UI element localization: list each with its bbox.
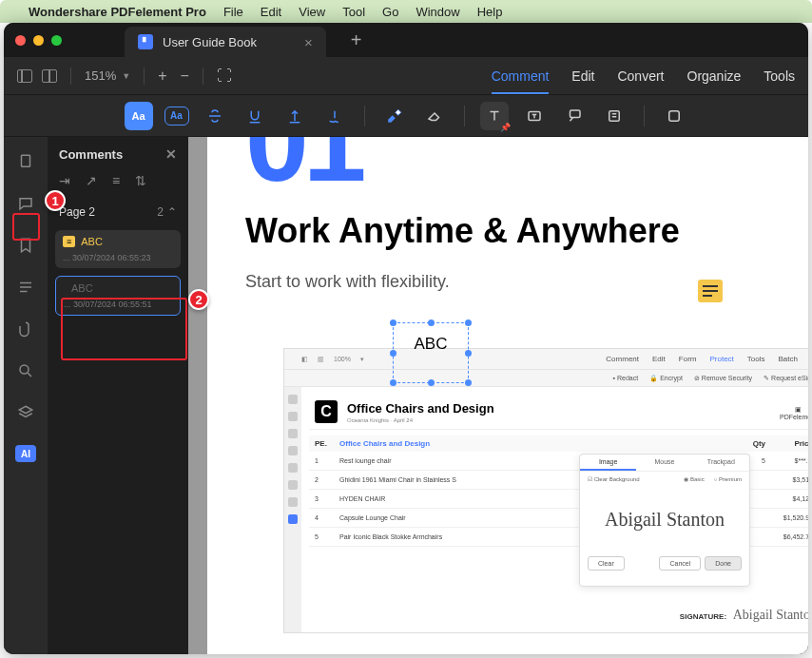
text-comment-tool[interactable]: 📌 [480, 102, 509, 130]
canvas[interactable]: 01 Work Anytime & Anywhere Start to work… [188, 137, 808, 654]
filter-comments-icon[interactable]: ≡ [112, 173, 120, 188]
comments-title: Comments [59, 147, 123, 162]
callout-marker-2: 2 [188, 289, 209, 310]
divider [464, 106, 465, 126]
callout-tool[interactable] [560, 102, 589, 130]
layers-icon[interactable] [16, 403, 35, 422]
close-panel-icon[interactable]: ✕ [165, 146, 177, 162]
comment-text: ABC [64, 282, 172, 294]
menu-go[interactable]: Go [382, 5, 398, 19]
fit-screen-icon[interactable]: ⛶ [217, 68, 232, 85]
resize-handle[interactable] [465, 319, 472, 326]
highlight-tool[interactable]: Aa [125, 102, 153, 130]
comments-nav-icon[interactable] [16, 194, 35, 213]
titlebar: ▘ User Guide Book × + [4, 23, 808, 57]
callout-marker-1: 1 [45, 190, 66, 211]
shape-tool[interactable] [660, 102, 688, 130]
svg-rect-1 [570, 110, 580, 118]
underline-tool[interactable] [241, 102, 269, 130]
sticky-note-icon[interactable] [698, 280, 723, 302]
marker-tool[interactable] [380, 102, 409, 130]
chapter-number: 01 [245, 137, 770, 164]
divider [203, 68, 203, 85]
strikeout-tool[interactable] [201, 102, 229, 130]
toolbar-left: 151% ▼ + − ⛶ [17, 68, 232, 85]
resize-handle[interactable] [428, 319, 435, 326]
document-tab[interactable]: ▘ User Guide Book × [125, 27, 326, 57]
app-menu[interactable]: Wondershare PDFelement Pro [29, 5, 206, 19]
outline-icon[interactable] [16, 278, 35, 297]
comment-date: 30/07/2024 06:55:23 [72, 253, 151, 262]
embedded-screenshot: ◧▥100%▾ Comment Edit Form Protect Tools … [283, 348, 808, 633]
tab-convert[interactable]: Convert [617, 68, 664, 84]
ai-button[interactable]: AI [15, 445, 36, 462]
menu-help[interactable]: Help [477, 5, 503, 19]
text-annotation-selected[interactable]: ABC [393, 322, 469, 383]
resize-handle[interactable] [465, 379, 472, 386]
pdf-page: 01 Work Anytime & Anywhere Start to work… [207, 137, 808, 654]
note-tool[interactable] [600, 102, 628, 130]
resize-handle[interactable] [465, 350, 472, 357]
eraser-tool[interactable] [420, 102, 449, 130]
tab-organize[interactable]: Organize [687, 68, 742, 84]
zoom-control[interactable]: 151% ▼ [85, 68, 130, 83]
comment-label: ABC [81, 236, 103, 247]
menu-edit[interactable]: Edit [261, 5, 281, 19]
divider [144, 68, 145, 85]
textbox-tool[interactable] [520, 102, 549, 130]
menu-window[interactable]: Window [416, 5, 459, 19]
page-header[interactable]: Page 2 2 ⌃ [48, 198, 188, 226]
traffic-lights [15, 35, 62, 46]
tab-tools[interactable]: Tools [764, 68, 795, 84]
attachment-icon[interactable] [16, 319, 35, 339]
area-highlight-tool[interactable]: Aa [164, 106, 189, 126]
page-count: 2 [157, 205, 164, 219]
menu-tool[interactable]: Tool [342, 5, 365, 19]
sort-comments-icon[interactable]: ⇅ [135, 173, 146, 188]
resize-handle[interactable] [390, 379, 396, 386]
resize-handle[interactable] [428, 379, 435, 386]
resize-handle[interactable] [390, 350, 396, 357]
thumbnails-icon[interactable] [16, 152, 35, 171]
import-comments-icon[interactable]: ⇥ [59, 173, 70, 188]
window-zoom-button[interactable] [51, 35, 62, 46]
resize-handle[interactable] [390, 319, 396, 326]
tab-comment[interactable]: Comment [492, 68, 550, 84]
chevron-up-icon: ⌃ [167, 205, 177, 219]
window-close-button[interactable] [15, 35, 26, 46]
menu-file[interactable]: File [223, 5, 243, 19]
zoom-value: 151% [85, 68, 116, 83]
top-toolbar: 151% ▼ + − ⛶ Comment Edit Convert Organi… [4, 57, 808, 95]
new-tab-button[interactable]: + [351, 29, 362, 51]
embed-title: Office Chairs and Design [347, 401, 494, 416]
tab-edit[interactable]: Edit [571, 68, 594, 84]
svg-rect-3 [668, 110, 679, 121]
doc-icon: ▘ [138, 34, 153, 49]
search-icon[interactable] [16, 361, 35, 380]
main-area: AI Comments ✕ ⇥ ↗ ≡ ⇅ Page 2 2 ⌃ ≡ ABC [4, 137, 808, 654]
squiggly-tool[interactable] [320, 102, 349, 130]
zoom-out-button[interactable]: − [181, 68, 189, 85]
zoom-in-button[interactable]: + [158, 68, 166, 85]
panel-both-icon[interactable] [42, 69, 57, 83]
page-subline: Start to work with flexibility. [245, 272, 770, 292]
export-comments-icon[interactable]: ↗ [86, 173, 97, 188]
comment-item[interactable]: ≡ ABC ... 30/07/2024 06:55:23 [55, 230, 181, 268]
menu-view[interactable]: View [299, 5, 325, 19]
toolbar-tabs: Comment Edit Convert Organize Tools [492, 68, 795, 84]
page-label: Page 2 [59, 205, 95, 219]
caret-tool[interactable] [280, 102, 309, 130]
window-minimize-button[interactable] [33, 35, 44, 46]
company-logo: C [315, 400, 338, 423]
divider [644, 106, 645, 126]
chevron-down-icon: ▼ [122, 71, 130, 81]
sig-cancel-button: Cancel [659, 556, 701, 571]
note-badge-icon: ≡ [63, 236, 75, 247]
svg-point-5 [20, 365, 29, 374]
comments-panel: Comments ✕ ⇥ ↗ ≡ ⇅ Page 2 2 ⌃ ≡ ABC ... … [48, 137, 188, 654]
panel-left-icon[interactable] [17, 69, 32, 83]
close-tab-icon[interactable]: × [304, 34, 313, 50]
divider [70, 68, 71, 85]
sig-clear-button: Clear [588, 556, 625, 571]
divider [364, 106, 365, 126]
